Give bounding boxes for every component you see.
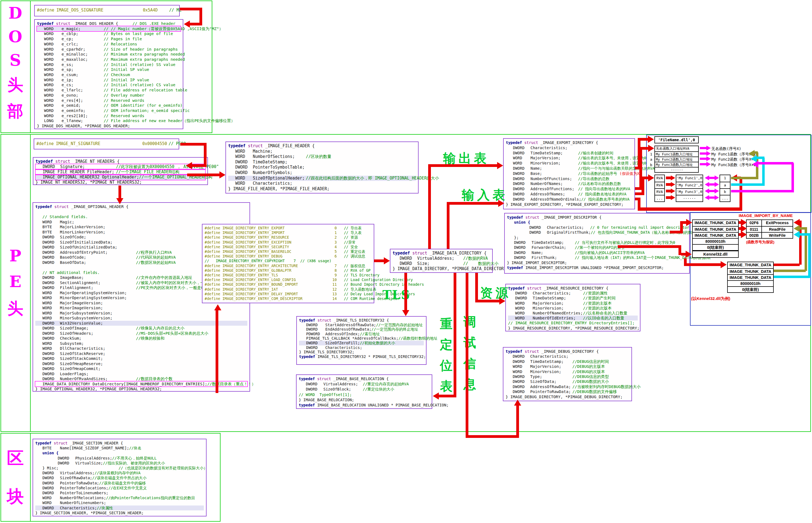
connector-line [438,395,456,397]
code-line: #defineIMAGE_DIRECTORY_ENTRY_LOAD_CONFIG… [205,277,371,282]
code-line: WORDMachine; [228,149,416,155]
image-debug-directory-box: typedef struct _IMAGE_DEBUG_DIRECTORY {D… [503,347,632,401]
arrowhead [715,182,719,187]
arrowhead [715,188,719,194]
list-item: 0(结束符) [693,244,738,250]
list-item: 'My Func3',0 [676,188,703,195]
code-line: #defineIMAGE_DIRECTORY_ENTRY_ARCHITECTUR… [205,264,371,268]
code-line: BYTEName[IMAGE_SIZEOF_SHORT_NAME];//块名 [35,446,204,450]
connector-line [447,203,449,249]
image-tls-directory-box: typedef struct _IMAGE_TLS_DIRECTORY32 {D… [296,316,426,365]
list-item: IMAGE_THUNK_DATA [693,232,738,238]
list-item: My Func3函数入口地址RVA [655,162,698,167]
code-line: WORDNumberOfSections;//区块的数量 [228,154,416,160]
code-line: } IMAGE_BASE_RELOCATION; [299,397,429,402]
arrowhead [671,195,675,200]
code-line: DWORDOriginalFirstThunk;// 包含指向IMAGE_THU… [507,230,687,235]
code-line: WORDe_maxalloc;// Maximum extra paragrap… [37,57,181,62]
connector-line [404,273,407,311]
relocation-table-label: 重定位表 [440,313,453,397]
list-item: ······ [655,167,698,172]
code-line: WORDe_cblp;// Bytes on last page of file [37,31,181,36]
list-item: IMAGE_THUNK_DATA [728,268,773,274]
connector-line [684,263,721,266]
code-line: WORDe_crlc;// Relocations [37,41,181,47]
connector-line [466,273,468,438]
connector-line [708,183,715,185]
arrowhead [706,146,711,150]
arrowhead [648,145,654,152]
code-line: #defineIMAGE_DIRECTORY_ENTRY_BOUND_IMPOR… [205,282,371,287]
import-by-name-table: 02F6ExitProcess0111ReadFile002BWriteFile [746,219,793,239]
connector-line [774,276,810,278]
list-item: 1 [647,151,652,157]
code-line: WORDMajorVersion;//输出表的主版本号。未使用，设置为0 [506,156,632,161]
code-line: IMAGE_FILE_HEADER FileHeader;//一个IMAGE_F… [36,169,205,175]
import-name-table: IMAGE_THUNK_DATAIMAGE_THUNK_DATAIMAGE_TH… [692,219,739,251]
code-line: DWORDCharacteristics; [505,354,629,359]
arrowhead [741,231,747,238]
code-line: DWORDSizeOfRawData;//该块在磁盘文件中所占的大小 [35,475,204,480]
code-line: WORDe_ovno;// Overlay number [37,93,181,98]
code-line: DWORDTimeDateStamp;//资源的产生时间 [508,295,638,301]
arrowhead [186,162,192,169]
list-item: 试 [463,332,476,353]
code-line: DWORDVirtualSize;//指出实际的、被使用的区块的大小 [35,461,204,466]
code-line: #defineIMAGE_DOS_SIGNATURE0x5A4D// MZ [37,7,177,13]
code-line: #defineIMAGE_DIRECTORY_ENTRY_RESOURCE2//… [205,235,371,240]
list-item: 信 [463,353,476,374]
code-line: WORDCharacteristics; [228,181,416,186]
connector-line [731,183,765,186]
list-item: 'My Func2',0 [676,182,703,188]
list-item: D [8,4,22,22]
arrowhead [384,257,390,264]
image-resource-directory-box: typedef struct _IMAGE_RESOURCE_DIRECTORY… [505,284,641,331]
connector-line [642,177,644,195]
arrowhead [715,195,719,200]
export-filename-box: 'FileName.dll',0 [654,136,699,143]
arrowhead [184,20,190,28]
list-item: b [647,162,652,168]
list-item: 0(结束符) [728,286,773,292]
arrowhead [686,219,692,226]
list-item: 'My Func1',0 [676,175,703,182]
code-line: WORDMinorVersion;//输出表的次版本号。未使用，设置为0 [506,161,632,166]
code-line [35,209,247,215]
list-item: b [720,188,730,195]
code-line: WORDe_ss;// Initial (relative) SS value [37,62,181,67]
code-line: DWORDAddressOfFunctions;// 指向导出函数地址表的RVA [506,186,632,192]
image-import-descriptor-box: typedef struct _IMAGE_IMPORT_DESCRIPTOR … [504,213,690,274]
code-line: typedef struct _IMAGE_BASE_RELOCATION { [299,376,429,381]
export-address-table: 无名函数入口地址RVAMy Func1函数入口地址RVAMy Func2函数入口… [654,146,699,173]
connector-line [428,164,499,167]
list-item: RVA [655,175,664,182]
code-line: typedef struct _IMAGE_SECTION_HEADER { [35,440,204,446]
list-item: 02F6ExitProcess [746,220,793,226]
arrowhead [715,176,719,180]
code-line: #defineIMAGE_DIRECTORY_ENTRY_EXCEPTION3/… [205,240,371,245]
list-item: 80000010h [693,238,738,244]
code-line: DWORDNumberOfFunctions;//导出函数的总数 [506,176,632,181]
code-line: DWORDPointerToLinenumbers; [35,490,204,495]
code-line: DWORDName;//指向被输入的DLL的ACII字符串的RVA [507,250,687,255]
list-item: IMAGE_THUNK_DATA [728,274,773,280]
code-line: WORDSizeOfOptionalHeader;//跟在此结构后面的数据的大小… [228,176,416,181]
list-item: ... [720,195,730,201]
connector-line [792,163,794,191]
code-line: DWORDSize;// 数据的大小 [393,261,490,266]
connector-line [641,138,649,141]
arrowhead [671,188,675,194]
code-line: // Standard fields. [35,214,247,219]
code-line: #defineIMAGE_DIRECTORY_ENTRY_IAT12// 导入函… [205,287,371,292]
code-line: } IMAGE_SECTION_HEADER, *PIMAGE_SECTION_… [35,510,204,515]
connector-line [808,233,811,277]
code-line: } IMAGE_IMPORT_DESCRIPTOR; [507,260,687,265]
arrowhead [721,261,727,268]
connector-line [467,435,519,438]
code-line: DWORDSizeOfData;//DEBUG数据的大小 [505,379,629,384]
code-line: WORDMinorVersion;//DEBUG的次版本 [505,369,629,374]
arrowhead [214,304,221,310]
list-item: 无名函数入口地址RVA [655,146,698,151]
connector-line [642,147,649,150]
code-line: } Misc; //（也就是区块的数据没有对齐处理前的实际大小） [35,466,204,470]
